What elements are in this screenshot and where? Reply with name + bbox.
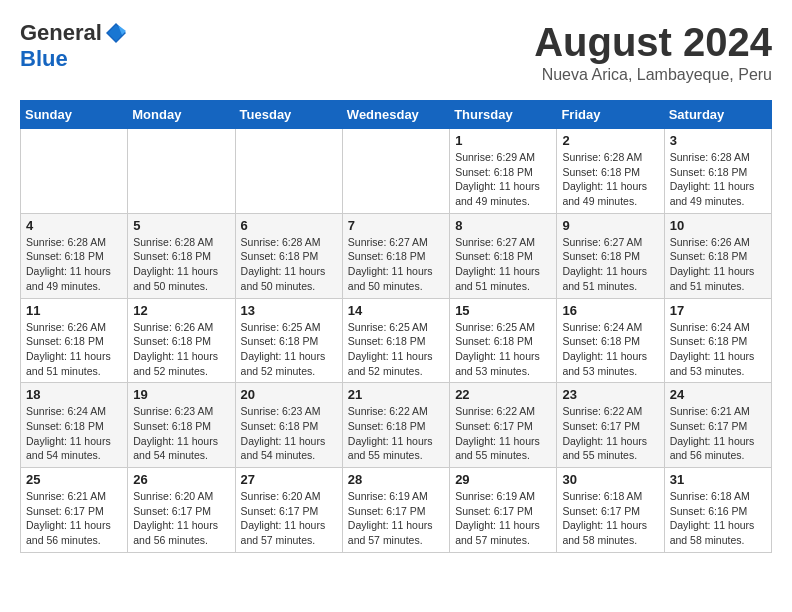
calendar-cell <box>342 129 449 214</box>
week-row-1: 1Sunrise: 6:29 AM Sunset: 6:18 PM Daylig… <box>21 129 772 214</box>
day-number: 23 <box>562 387 658 402</box>
title-area: August 2024 Nueva Arica, Lambayeque, Per… <box>534 20 772 84</box>
calendar-cell: 21Sunrise: 6:22 AM Sunset: 6:18 PM Dayli… <box>342 383 449 468</box>
week-row-4: 18Sunrise: 6:24 AM Sunset: 6:18 PM Dayli… <box>21 383 772 468</box>
weekday-tuesday: Tuesday <box>235 101 342 129</box>
day-detail: Sunrise: 6:18 AM Sunset: 6:16 PM Dayligh… <box>670 489 766 548</box>
calendar-cell: 5Sunrise: 6:28 AM Sunset: 6:18 PM Daylig… <box>128 213 235 298</box>
day-number: 5 <box>133 218 229 233</box>
day-number: 28 <box>348 472 444 487</box>
day-detail: Sunrise: 6:24 AM Sunset: 6:18 PM Dayligh… <box>562 320 658 379</box>
day-number: 6 <box>241 218 337 233</box>
calendar-cell: 4Sunrise: 6:28 AM Sunset: 6:18 PM Daylig… <box>21 213 128 298</box>
calendar-cell: 1Sunrise: 6:29 AM Sunset: 6:18 PM Daylig… <box>450 129 557 214</box>
day-number: 8 <box>455 218 551 233</box>
day-detail: Sunrise: 6:19 AM Sunset: 6:17 PM Dayligh… <box>348 489 444 548</box>
day-detail: Sunrise: 6:28 AM Sunset: 6:18 PM Dayligh… <box>133 235 229 294</box>
day-number: 16 <box>562 303 658 318</box>
day-detail: Sunrise: 6:19 AM Sunset: 6:17 PM Dayligh… <box>455 489 551 548</box>
calendar-cell: 6Sunrise: 6:28 AM Sunset: 6:18 PM Daylig… <box>235 213 342 298</box>
weekday-sunday: Sunday <box>21 101 128 129</box>
day-detail: Sunrise: 6:26 AM Sunset: 6:18 PM Dayligh… <box>133 320 229 379</box>
calendar-cell: 24Sunrise: 6:21 AM Sunset: 6:17 PM Dayli… <box>664 383 771 468</box>
weekday-saturday: Saturday <box>664 101 771 129</box>
day-detail: Sunrise: 6:24 AM Sunset: 6:18 PM Dayligh… <box>26 404 122 463</box>
weekday-wednesday: Wednesday <box>342 101 449 129</box>
weekday-monday: Monday <box>128 101 235 129</box>
day-number: 25 <box>26 472 122 487</box>
logo-icon <box>104 21 128 45</box>
day-number: 30 <box>562 472 658 487</box>
day-detail: Sunrise: 6:28 AM Sunset: 6:18 PM Dayligh… <box>26 235 122 294</box>
calendar-cell: 30Sunrise: 6:18 AM Sunset: 6:17 PM Dayli… <box>557 468 664 553</box>
day-number: 14 <box>348 303 444 318</box>
day-number: 9 <box>562 218 658 233</box>
calendar-cell: 15Sunrise: 6:25 AM Sunset: 6:18 PM Dayli… <box>450 298 557 383</box>
day-number: 10 <box>670 218 766 233</box>
week-row-5: 25Sunrise: 6:21 AM Sunset: 6:17 PM Dayli… <box>21 468 772 553</box>
day-number: 27 <box>241 472 337 487</box>
day-detail: Sunrise: 6:25 AM Sunset: 6:18 PM Dayligh… <box>241 320 337 379</box>
calendar-cell: 3Sunrise: 6:28 AM Sunset: 6:18 PM Daylig… <box>664 129 771 214</box>
day-number: 4 <box>26 218 122 233</box>
calendar-cell: 13Sunrise: 6:25 AM Sunset: 6:18 PM Dayli… <box>235 298 342 383</box>
day-detail: Sunrise: 6:27 AM Sunset: 6:18 PM Dayligh… <box>562 235 658 294</box>
week-row-3: 11Sunrise: 6:26 AM Sunset: 6:18 PM Dayli… <box>21 298 772 383</box>
day-number: 24 <box>670 387 766 402</box>
calendar-cell: 19Sunrise: 6:23 AM Sunset: 6:18 PM Dayli… <box>128 383 235 468</box>
calendar-cell: 9Sunrise: 6:27 AM Sunset: 6:18 PM Daylig… <box>557 213 664 298</box>
day-detail: Sunrise: 6:20 AM Sunset: 6:17 PM Dayligh… <box>133 489 229 548</box>
calendar-cell: 17Sunrise: 6:24 AM Sunset: 6:18 PM Dayli… <box>664 298 771 383</box>
day-detail: Sunrise: 6:22 AM Sunset: 6:17 PM Dayligh… <box>455 404 551 463</box>
day-number: 15 <box>455 303 551 318</box>
calendar-cell: 12Sunrise: 6:26 AM Sunset: 6:18 PM Dayli… <box>128 298 235 383</box>
day-number: 19 <box>133 387 229 402</box>
calendar-cell: 8Sunrise: 6:27 AM Sunset: 6:18 PM Daylig… <box>450 213 557 298</box>
calendar-cell: 29Sunrise: 6:19 AM Sunset: 6:17 PM Dayli… <box>450 468 557 553</box>
logo-general: General <box>20 20 102 46</box>
location: Nueva Arica, Lambayeque, Peru <box>534 66 772 84</box>
day-detail: Sunrise: 6:21 AM Sunset: 6:17 PM Dayligh… <box>670 404 766 463</box>
calendar-cell: 11Sunrise: 6:26 AM Sunset: 6:18 PM Dayli… <box>21 298 128 383</box>
calendar-table: SundayMondayTuesdayWednesdayThursdayFrid… <box>20 100 772 553</box>
day-number: 13 <box>241 303 337 318</box>
calendar-cell: 14Sunrise: 6:25 AM Sunset: 6:18 PM Dayli… <box>342 298 449 383</box>
day-detail: Sunrise: 6:26 AM Sunset: 6:18 PM Dayligh… <box>670 235 766 294</box>
day-detail: Sunrise: 6:29 AM Sunset: 6:18 PM Dayligh… <box>455 150 551 209</box>
day-detail: Sunrise: 6:28 AM Sunset: 6:18 PM Dayligh… <box>241 235 337 294</box>
day-number: 22 <box>455 387 551 402</box>
day-detail: Sunrise: 6:27 AM Sunset: 6:18 PM Dayligh… <box>455 235 551 294</box>
day-detail: Sunrise: 6:23 AM Sunset: 6:18 PM Dayligh… <box>133 404 229 463</box>
calendar-cell: 10Sunrise: 6:26 AM Sunset: 6:18 PM Dayli… <box>664 213 771 298</box>
logo-blue: Blue <box>20 46 68 72</box>
calendar-cell: 2Sunrise: 6:28 AM Sunset: 6:18 PM Daylig… <box>557 129 664 214</box>
day-number: 12 <box>133 303 229 318</box>
weekday-thursday: Thursday <box>450 101 557 129</box>
day-number: 17 <box>670 303 766 318</box>
calendar-cell: 28Sunrise: 6:19 AM Sunset: 6:17 PM Dayli… <box>342 468 449 553</box>
day-number: 3 <box>670 133 766 148</box>
day-detail: Sunrise: 6:20 AM Sunset: 6:17 PM Dayligh… <box>241 489 337 548</box>
calendar-cell: 7Sunrise: 6:27 AM Sunset: 6:18 PM Daylig… <box>342 213 449 298</box>
calendar-cell: 25Sunrise: 6:21 AM Sunset: 6:17 PM Dayli… <box>21 468 128 553</box>
day-detail: Sunrise: 6:26 AM Sunset: 6:18 PM Dayligh… <box>26 320 122 379</box>
day-detail: Sunrise: 6:23 AM Sunset: 6:18 PM Dayligh… <box>241 404 337 463</box>
day-number: 18 <box>26 387 122 402</box>
calendar-cell: 23Sunrise: 6:22 AM Sunset: 6:17 PM Dayli… <box>557 383 664 468</box>
day-detail: Sunrise: 6:25 AM Sunset: 6:18 PM Dayligh… <box>348 320 444 379</box>
calendar-cell: 22Sunrise: 6:22 AM Sunset: 6:17 PM Dayli… <box>450 383 557 468</box>
calendar-cell: 27Sunrise: 6:20 AM Sunset: 6:17 PM Dayli… <box>235 468 342 553</box>
calendar-cell: 18Sunrise: 6:24 AM Sunset: 6:18 PM Dayli… <box>21 383 128 468</box>
calendar-cell: 20Sunrise: 6:23 AM Sunset: 6:18 PM Dayli… <box>235 383 342 468</box>
day-number: 2 <box>562 133 658 148</box>
day-detail: Sunrise: 6:22 AM Sunset: 6:17 PM Dayligh… <box>562 404 658 463</box>
calendar-cell <box>21 129 128 214</box>
day-detail: Sunrise: 6:25 AM Sunset: 6:18 PM Dayligh… <box>455 320 551 379</box>
weekday-header-row: SundayMondayTuesdayWednesdayThursdayFrid… <box>21 101 772 129</box>
page-header: General Blue August 2024 Nueva Arica, La… <box>20 20 772 84</box>
week-row-2: 4Sunrise: 6:28 AM Sunset: 6:18 PM Daylig… <box>21 213 772 298</box>
calendar-cell: 31Sunrise: 6:18 AM Sunset: 6:16 PM Dayli… <box>664 468 771 553</box>
day-detail: Sunrise: 6:27 AM Sunset: 6:18 PM Dayligh… <box>348 235 444 294</box>
day-number: 21 <box>348 387 444 402</box>
day-number: 20 <box>241 387 337 402</box>
